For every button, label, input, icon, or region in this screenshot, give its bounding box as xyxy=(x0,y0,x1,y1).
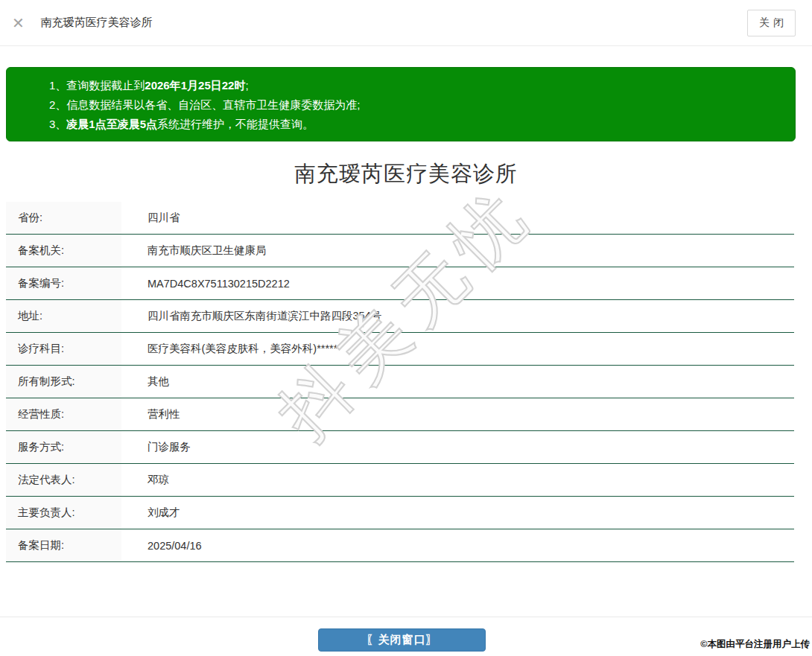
info-table: 省份: 四川省 备案机关: 南充市顺庆区卫生健康局 备案编号: MA7D4C8X… xyxy=(6,202,794,562)
field-value: 其他 xyxy=(121,366,794,398)
field-value: 营利性 xyxy=(121,398,794,430)
field-label: 地址: xyxy=(6,300,121,332)
field-label: 服务方式: xyxy=(6,431,121,463)
close-button[interactable]: 关闭 xyxy=(747,10,796,36)
field-label: 经营性质: xyxy=(6,398,121,430)
close-window-button[interactable]: 〖关闭窗口〗 xyxy=(318,628,486,652)
notice-line-2: 2、信息数据结果以各省、自治区、直辖市卫生健康委数据为准; xyxy=(49,95,787,115)
table-row-address: 地址: 四川省南充市顺庆区东南街道滨江中路四段354号 xyxy=(6,300,794,333)
field-label: 法定代表人: xyxy=(6,464,121,496)
close-icon[interactable]: ✕ xyxy=(12,16,25,31)
field-label: 诊疗科目: xyxy=(6,333,121,365)
notice-line-3: 3、凌晨1点至凌晨5点系统进行维护，不能提供查询。 xyxy=(49,115,787,134)
image-credit: ©本图由平台注册用户上传 xyxy=(700,638,810,651)
table-row-medical-subjects: 诊疗科目: 医疗美容科(美容皮肤科，美容外科)****** xyxy=(6,333,794,366)
footer-divider xyxy=(0,617,812,617)
window-header: ✕ 南充瑷芮医疗美容诊所 关闭 xyxy=(0,0,812,46)
field-value: 刘成才 xyxy=(121,497,794,529)
table-row-service-mode: 服务方式: 门诊服务 xyxy=(6,431,794,464)
field-label: 主要负责人: xyxy=(6,497,121,529)
window-title: 南充瑷芮医疗美容诊所 xyxy=(41,16,153,30)
field-value: 邓琼 xyxy=(121,464,794,496)
field-label: 备案日期: xyxy=(6,529,121,561)
field-value: 四川省南充市顺庆区东南街道滨江中路四段354号 xyxy=(121,300,794,332)
field-label: 备案机关: xyxy=(6,235,121,267)
field-label: 所有制形式: xyxy=(6,366,121,398)
table-row-legal-representative: 法定代表人: 邓琼 xyxy=(6,464,794,497)
field-label: 备案编号: xyxy=(6,267,121,299)
field-value: 门诊服务 xyxy=(121,431,794,463)
clinic-title: 南充瑷芮医疗美容诊所 xyxy=(0,159,812,189)
table-row-province: 省份: 四川省 xyxy=(6,202,794,235)
table-row-filing-number: 备案编号: MA7D4C8X751130215D2212 xyxy=(6,267,794,300)
notice-banner: 1、查询数据截止到2026年1月25日22时; 2、信息数据结果以各省、自治区、… xyxy=(6,67,796,141)
field-value: 医疗美容科(美容皮肤科，美容外科)****** xyxy=(121,333,794,365)
field-value: MA7D4C8X751130215D2212 xyxy=(121,267,794,299)
table-row-principal: 主要负责人: 刘成才 xyxy=(6,497,794,529)
field-label: 省份: xyxy=(6,202,121,234)
table-row-ownership-type: 所有制形式: 其他 xyxy=(6,366,794,398)
table-row-business-nature: 经营性质: 营利性 xyxy=(6,398,794,431)
field-value: 2025/04/16 xyxy=(121,529,794,561)
field-value: 南充市顺庆区卫生健康局 xyxy=(121,235,794,267)
field-value: 四川省 xyxy=(121,202,794,234)
table-row-filing-date: 备案日期: 2025/04/16 xyxy=(6,529,794,562)
table-row-filing-authority: 备案机关: 南充市顺庆区卫生健康局 xyxy=(6,235,794,267)
notice-line-1: 1、查询数据截止到2026年1月25日22时; xyxy=(49,76,787,95)
